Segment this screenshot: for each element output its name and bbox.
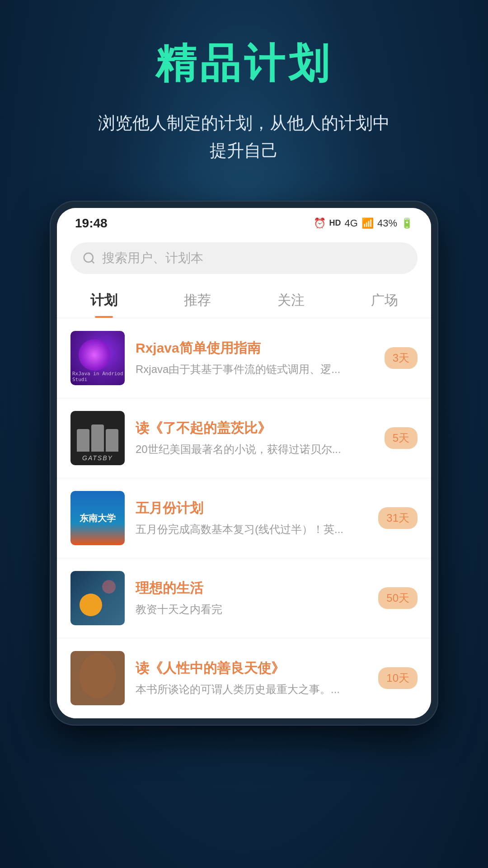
list-item[interactable]: 读《人性中的善良天使》 本书所谈论的可谓人类历史最重大之事。... 10天 [57,638,431,718]
status-time: 19:48 [75,216,108,231]
item-desc: 本书所谈论的可谓人类历史最重大之事。... [136,682,367,697]
item-thumbnail-rxjava: RxJava in Andriod Studi [70,331,125,385]
item-badge: 10天 [378,667,418,689]
item-badge: 5天 [385,427,418,449]
svg-point-0 [84,253,93,262]
item-content: 五月份计划 五月份完成高数基本复习(线代过半）！英... [136,499,367,537]
item-content: 读《人性中的善良天使》 本书所谈论的可谓人类历史最重大之事。... [136,659,367,697]
item-desc: 20世纪美国最著名的小说，获得过诺贝尔... [136,442,374,457]
search-bar-container: 搜索用户、计划本 [57,235,431,281]
item-desc: 教资十天之内看完 [136,602,367,617]
item-desc: 五月份完成高数基本复习(线代过半）！英... [136,522,367,537]
item-badge: 3天 [385,347,418,369]
item-content: 读《了不起的盖茨比》 20世纪美国最著名的小说，获得过诺贝尔... [136,419,374,457]
search-placeholder: 搜索用户、计划本 [102,250,203,267]
search-icon [82,251,96,265]
item-badge: 50天 [378,587,418,609]
phone-screen: 19:48 ⏰ HD 4G 📶 43% 🔋 搜索用户、计划本 [57,208,431,718]
status-bar: 19:48 ⏰ HD 4G 📶 43% 🔋 [57,208,431,235]
tab-square[interactable]: 广场 [338,281,431,318]
list-item[interactable]: 理想的生活 教资十天之内看完 50天 [57,558,431,638]
list-item[interactable]: 东南大学 五月份计划 五月份完成高数基本复习(线代过半）！英... 31天 [57,478,431,558]
item-content: Rxjava简单使用指南 Rxjava由于其基于事件流的链式调用、逻... [136,339,374,377]
battery-icon: 🔋 [401,217,413,229]
list-item[interactable]: RxJava in Andriod Studi Rxjava简单使用指南 Rxj… [57,318,431,398]
list-container: RxJava in Andriod Studi Rxjava简单使用指南 Rxj… [57,318,431,718]
item-title: 读《人性中的善良天使》 [136,659,367,678]
item-title: 理想的生活 [136,579,367,598]
hd-icon: HD [329,218,341,228]
header-section: 精品计划 浏览他人制定的计划，从他人的计划中 提升自己 [0,0,488,183]
page-title: 精品计划 [27,36,461,91]
item-title: Rxjava简单使用指南 [136,339,374,358]
item-thumbnail-dongnan: 东南大学 [70,491,125,545]
page-subtitle: 浏览他人制定的计划，从他人的计划中 提升自己 [27,109,461,165]
list-item[interactable]: GATSBY 读《了不起的盖茨比》 20世纪美国最著名的小说，获得过诺贝尔...… [57,398,431,478]
phone-frame: 19:48 ⏰ HD 4G 📶 43% 🔋 搜索用户、计划本 [50,201,438,726]
item-thumbnail-gatsby: GATSBY [70,411,125,465]
item-content: 理想的生活 教资十天之内看完 [136,579,367,617]
item-thumbnail-ideal [70,571,125,625]
tab-follow[interactable]: 关注 [244,281,338,318]
item-desc: Rxjava由于其基于事件流的链式调用、逻... [136,362,374,377]
status-icons: ⏰ HD 4G 📶 43% 🔋 [314,217,413,229]
search-bar[interactable]: 搜索用户、计划本 [70,242,418,274]
signal-icon: 📶 [361,217,374,229]
tabs-container: 计划 推荐 关注 广场 [57,281,431,318]
item-badge: 31天 [378,507,418,529]
tab-recommend[interactable]: 推荐 [150,281,244,318]
battery-text: 43% [377,217,397,229]
tab-plan[interactable]: 计划 [57,281,150,318]
svg-line-1 [92,260,94,263]
alarm-icon: ⏰ [314,217,326,229]
item-title: 五月份计划 [136,499,367,518]
item-thumbnail-angel [70,651,125,705]
network-icon: 4G [345,217,358,229]
item-title: 读《了不起的盖茨比》 [136,419,374,438]
